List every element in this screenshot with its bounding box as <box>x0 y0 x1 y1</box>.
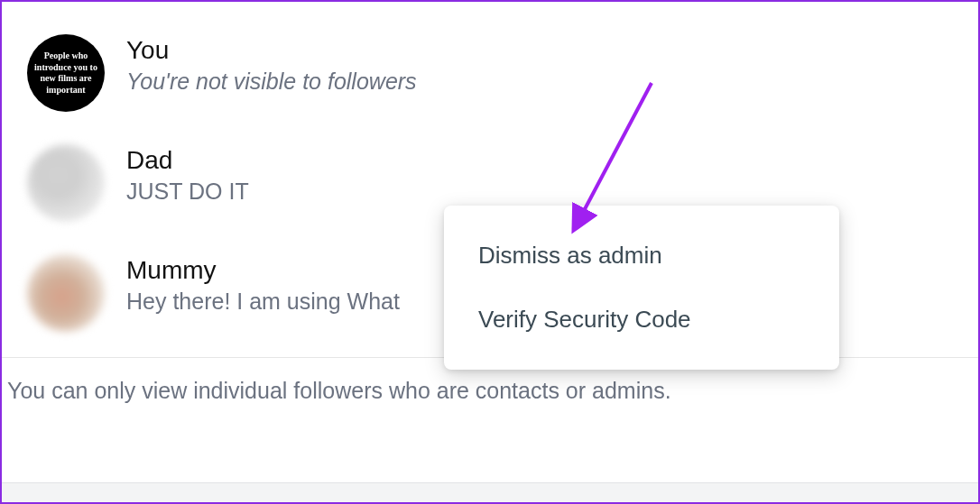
verify-security-option[interactable]: Verify Security Code <box>444 288 839 352</box>
contact-info: You You're not visible to followers <box>126 34 417 95</box>
dismiss-admin-option[interactable]: Dismiss as admin <box>444 224 839 288</box>
avatar[interactable] <box>27 254 105 332</box>
contact-subtitle: Hey there! I am using What <box>126 289 400 315</box>
contact-name: Dad <box>126 146 249 175</box>
contact-name: You <box>126 36 417 65</box>
contact-info: Mummy Hey there! I am using What <box>126 254 400 315</box>
contact-subtitle: JUST DO IT <box>126 179 249 205</box>
avatar[interactable]: People who introduce you to new films ar… <box>27 34 105 112</box>
contact-info: Dad JUST DO IT <box>126 144 249 205</box>
avatar[interactable] <box>27 144 105 222</box>
list-item[interactable]: People who introduce you to new films ar… <box>2 27 978 137</box>
context-menu: Dismiss as admin Verify Security Code <box>444 206 839 370</box>
avatar-text: People who introduce you to new films ar… <box>34 50 97 96</box>
contact-name: Mummy <box>126 256 400 285</box>
contact-subtitle: You're not visible to followers <box>126 69 417 95</box>
bottom-bar <box>2 482 978 502</box>
